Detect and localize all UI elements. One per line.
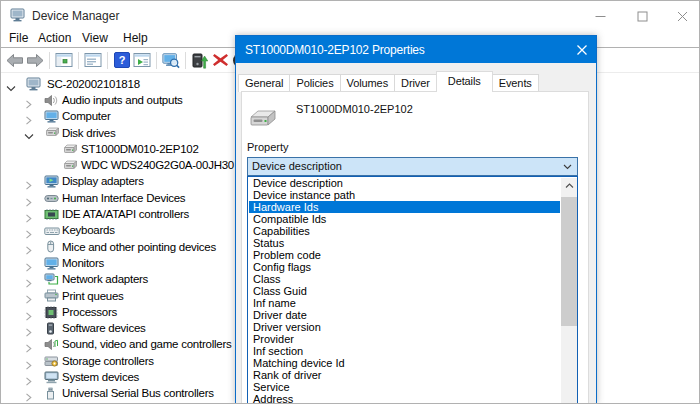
property-option-service[interactable]: Service: [249, 381, 560, 393]
property-option-device-instance-path[interactable]: Device instance path: [249, 189, 560, 201]
scrollbar-thumb[interactable]: [561, 197, 577, 326]
tab-general[interactable]: General: [238, 74, 290, 92]
dialog-tabs: GeneralPoliciesVolumesDriverDetailsEvent…: [238, 73, 539, 92]
menu-help[interactable]: Help: [123, 31, 148, 45]
tree-item-label: Processors: [62, 306, 117, 318]
property-dropdown-list: Device descriptionDevice instance pathHa…: [247, 176, 578, 404]
maximize-button[interactable]: [621, 2, 663, 30]
property-option-driver-date[interactable]: Driver date: [249, 309, 560, 321]
usb-icon: [44, 386, 57, 404]
property-option-matching-device-id[interactable]: Matching device Id: [249, 357, 560, 369]
tab-events[interactable]: Events: [492, 74, 539, 92]
toolbar-properties-button[interactable]: [84, 51, 102, 70]
tree-item-label: Network adapters: [62, 273, 148, 285]
dialog-title: ST1000DM010-2EP102 Properties: [245, 43, 425, 57]
property-option-class[interactable]: Class: [249, 273, 560, 285]
property-combobox[interactable]: Device description: [247, 157, 578, 176]
dialog-title-bar: ST1000DM010-2EP102 Properties: [236, 36, 596, 63]
dialog-device-name: ST1000DM010-2EP102: [296, 103, 413, 115]
property-option-capabilities[interactable]: Capabilities: [249, 225, 560, 237]
tree-item-label: Human Interface Devices: [62, 192, 185, 204]
tree-item-label: Display adapters: [62, 175, 144, 187]
chevron-collapsed-icon[interactable]: [24, 388, 33, 404]
tree-item-label: IDE ATA/ATAPI controllers: [62, 208, 189, 220]
property-option-status[interactable]: Status: [249, 237, 560, 249]
property-option-rank-of-driver[interactable]: Rank of driver: [249, 369, 560, 381]
tab-driver[interactable]: Driver: [394, 74, 437, 92]
property-option-provider[interactable]: Provider: [249, 333, 560, 345]
tree-item-label: Monitors: [62, 257, 104, 269]
chevron-down-icon: [563, 164, 572, 170]
dropdown-scrollbar[interactable]: [561, 178, 577, 404]
device-manager-window: Device Manager FileActionViewHelp ? SC-2…: [0, 0, 700, 404]
property-combobox-value: Device description: [252, 160, 342, 172]
toolbar-separator: [78, 52, 79, 69]
tree-item-label: Storage controllers: [62, 355, 154, 367]
tree-item-label: Universal Serial Bus controllers: [62, 387, 214, 399]
tree-item-label: System devices: [62, 371, 139, 383]
property-label: Property: [247, 141, 289, 153]
property-options: Device descriptionDevice instance pathHa…: [249, 177, 560, 404]
menu-action[interactable]: Action: [38, 31, 71, 45]
tab-policies[interactable]: Policies: [289, 74, 340, 92]
toolbar-export-list-button[interactable]: [133, 51, 151, 70]
property-option-config-flags[interactable]: Config flags: [249, 261, 560, 273]
minimize-button[interactable]: [579, 2, 621, 30]
disk-drive-icon: [248, 109, 278, 133]
tree-item-label: Audio inputs and outputs: [62, 94, 183, 106]
menu-view[interactable]: View: [82, 31, 108, 45]
device-manager-icon: [10, 8, 26, 27]
toolbar-separator: [107, 52, 108, 69]
toolbar-console-tree-button[interactable]: [55, 51, 73, 70]
window-title: Device Manager: [32, 9, 119, 23]
toolbar-uninstall-button[interactable]: [211, 51, 229, 70]
properties-dialog: ST1000DM010-2EP102 Properties GeneralPol…: [235, 35, 597, 404]
tree-item-label: Keyboards: [62, 224, 115, 236]
property-option-driver-version[interactable]: Driver version: [249, 321, 560, 333]
tree-item-label: Disk drives: [62, 127, 115, 139]
tab-details[interactable]: Details: [436, 71, 493, 92]
tree-item-label: Print queues: [62, 290, 124, 302]
dialog-close-icon[interactable]: [568, 37, 596, 62]
tree-item-label: Sound, video and game controllers: [62, 338, 231, 350]
toolbar-scan-hardware-button[interactable]: [162, 51, 180, 70]
svg-text:?: ?: [119, 54, 126, 66]
tree-item-label: Software devices: [62, 322, 146, 334]
property-option-inf-section[interactable]: Inf section: [249, 345, 560, 357]
property-option-class-guid[interactable]: Class Guid: [249, 285, 560, 297]
scroll-up-icon[interactable]: [561, 178, 577, 193]
property-option-compatible-ids[interactable]: Compatible Ids: [249, 213, 560, 225]
property-option-hardware-ids[interactable]: Hardware Ids: [249, 201, 560, 213]
details-tab-page: ST1000DM010-2EP102 Property Device descr…: [241, 91, 589, 404]
toolbar-separator: [185, 52, 186, 69]
property-option-device-description[interactable]: Device description: [249, 177, 560, 189]
tree-item-label: Mice and other pointing devices: [62, 241, 216, 253]
tree-item-label: WDC WDS240G2G0A-00JH30: [81, 159, 234, 171]
toolbar-back-button[interactable]: [6, 51, 24, 70]
title-bar: Device Manager: [1, 1, 699, 30]
tab-volumes[interactable]: Volumes: [340, 74, 396, 92]
tree-item-label: ST1000DM010-2EP102: [81, 143, 199, 155]
toolbar-forward-button[interactable]: [26, 51, 44, 70]
property-option-inf-name[interactable]: Inf name: [249, 297, 560, 309]
toolbar-separator: [49, 52, 50, 69]
tree-item-label: Computer: [62, 110, 111, 122]
toolbar-separator: [156, 52, 157, 69]
property-option-problem-code[interactable]: Problem code: [249, 249, 560, 261]
tree-item-label: SC-202002101818: [47, 78, 140, 90]
toolbar-update-driver-button[interactable]: [191, 51, 209, 70]
property-option-address[interactable]: Address: [249, 393, 560, 404]
menu-file[interactable]: File: [9, 31, 28, 45]
toolbar-help-button[interactable]: ?: [113, 51, 131, 70]
close-button[interactable]: [661, 2, 700, 30]
